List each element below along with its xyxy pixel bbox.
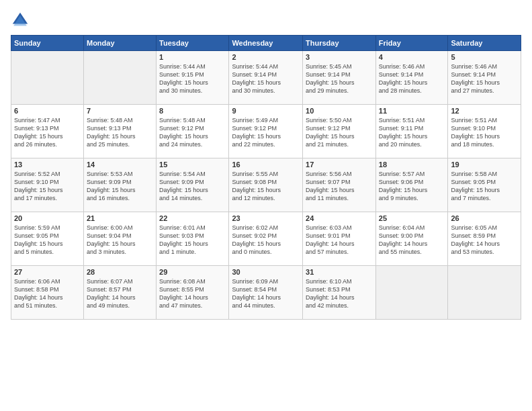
- weekday-header-wednesday: Wednesday: [229, 36, 303, 51]
- logo-icon: [11, 11, 30, 30]
- day-info: Sunrise: 6:10 AM Sunset: 8:53 PM Dayligh…: [306, 277, 373, 310]
- day-number: 27: [14, 268, 81, 276]
- calendar-cell: [448, 266, 521, 320]
- day-number: 5: [451, 53, 518, 61]
- calendar-header: SundayMondayTuesdayWednesdayThursdayFrid…: [11, 36, 521, 51]
- day-number: 13: [14, 161, 81, 169]
- calendar-cell: 3Sunrise: 5:45 AM Sunset: 9:14 PM Daylig…: [303, 51, 376, 105]
- day-number: 18: [379, 161, 445, 169]
- page-container: SundayMondayTuesdayWednesdayThursdayFrid…: [0, 0, 532, 411]
- calendar-cell: 29Sunrise: 6:08 AM Sunset: 8:55 PM Dayli…: [157, 266, 229, 320]
- day-number: 6: [14, 107, 81, 115]
- day-number: 19: [451, 161, 518, 169]
- day-number: 23: [232, 214, 300, 222]
- day-info: Sunrise: 6:03 AM Sunset: 9:01 PM Dayligh…: [306, 224, 373, 257]
- day-info: Sunrise: 6:02 AM Sunset: 9:02 PM Dayligh…: [232, 224, 300, 257]
- day-info: Sunrise: 5:48 AM Sunset: 9:12 PM Dayligh…: [159, 116, 226, 149]
- weekday-header-monday: Monday: [83, 36, 156, 51]
- day-info: Sunrise: 5:44 AM Sunset: 9:14 PM Dayligh…: [232, 62, 300, 95]
- day-info: Sunrise: 5:47 AM Sunset: 9:13 PM Dayligh…: [14, 116, 81, 149]
- header: [11, 11, 521, 30]
- calendar-cell: 27Sunrise: 6:06 AM Sunset: 8:58 PM Dayli…: [11, 266, 84, 320]
- day-info: Sunrise: 6:09 AM Sunset: 8:54 PM Dayligh…: [232, 277, 300, 310]
- day-info: Sunrise: 5:51 AM Sunset: 9:10 PM Dayligh…: [451, 116, 518, 149]
- calendar-cell: 10Sunrise: 5:50 AM Sunset: 9:12 PM Dayli…: [303, 105, 376, 158]
- day-info: Sunrise: 5:56 AM Sunset: 9:07 PM Dayligh…: [306, 170, 373, 203]
- day-info: Sunrise: 5:54 AM Sunset: 9:09 PM Dayligh…: [159, 170, 226, 203]
- calendar-body: 1Sunrise: 5:44 AM Sunset: 9:15 PM Daylig…: [11, 51, 521, 320]
- day-info: Sunrise: 6:08 AM Sunset: 8:55 PM Dayligh…: [159, 277, 226, 310]
- calendar-cell: 9Sunrise: 5:49 AM Sunset: 9:12 PM Daylig…: [229, 105, 303, 158]
- calendar-cell: 8Sunrise: 5:48 AM Sunset: 9:12 PM Daylig…: [157, 105, 229, 158]
- calendar-cell: [11, 51, 84, 105]
- calendar-cell: 7Sunrise: 5:48 AM Sunset: 9:13 PM Daylig…: [83, 105, 156, 158]
- weekday-header-sunday: Sunday: [11, 36, 84, 51]
- calendar-cell: 5Sunrise: 5:46 AM Sunset: 9:14 PM Daylig…: [448, 51, 521, 105]
- day-number: 1: [159, 53, 226, 61]
- calendar-cell: 26Sunrise: 6:05 AM Sunset: 8:59 PM Dayli…: [448, 212, 521, 266]
- calendar-cell: 6Sunrise: 5:47 AM Sunset: 9:13 PM Daylig…: [11, 105, 84, 158]
- weekday-row: SundayMondayTuesdayWednesdayThursdayFrid…: [11, 36, 521, 51]
- day-number: 29: [159, 268, 226, 276]
- day-info: Sunrise: 5:59 AM Sunset: 9:05 PM Dayligh…: [14, 224, 81, 257]
- calendar-cell: 12Sunrise: 5:51 AM Sunset: 9:10 PM Dayli…: [448, 105, 521, 158]
- calendar-week-5: 27Sunrise: 6:06 AM Sunset: 8:58 PM Dayli…: [11, 266, 521, 320]
- day-number: 8: [159, 107, 226, 115]
- calendar-cell: 21Sunrise: 6:00 AM Sunset: 9:04 PM Dayli…: [83, 212, 156, 266]
- day-number: 21: [87, 214, 153, 222]
- weekday-header-thursday: Thursday: [303, 36, 376, 51]
- day-info: Sunrise: 6:00 AM Sunset: 9:04 PM Dayligh…: [87, 224, 153, 257]
- day-info: Sunrise: 5:45 AM Sunset: 9:14 PM Dayligh…: [306, 62, 373, 95]
- calendar-cell: 22Sunrise: 6:01 AM Sunset: 9:03 PM Dayli…: [157, 212, 229, 266]
- day-info: Sunrise: 5:57 AM Sunset: 9:06 PM Dayligh…: [379, 170, 445, 203]
- calendar-cell: 11Sunrise: 5:51 AM Sunset: 9:11 PM Dayli…: [375, 105, 448, 158]
- calendar-week-3: 13Sunrise: 5:52 AM Sunset: 9:10 PM Dayli…: [11, 158, 521, 212]
- day-number: 30: [232, 268, 300, 276]
- calendar-cell: 25Sunrise: 6:04 AM Sunset: 9:00 PM Dayli…: [375, 212, 448, 266]
- calendar-cell: 18Sunrise: 5:57 AM Sunset: 9:06 PM Dayli…: [375, 158, 448, 212]
- day-number: 10: [306, 107, 373, 115]
- day-number: 12: [451, 107, 518, 115]
- day-number: 11: [379, 107, 445, 115]
- day-info: Sunrise: 5:52 AM Sunset: 9:10 PM Dayligh…: [14, 170, 81, 203]
- day-info: Sunrise: 6:07 AM Sunset: 8:57 PM Dayligh…: [87, 277, 153, 310]
- weekday-header-saturday: Saturday: [448, 36, 521, 51]
- day-info: Sunrise: 5:46 AM Sunset: 9:14 PM Dayligh…: [379, 62, 445, 95]
- day-number: 9: [232, 107, 300, 115]
- day-info: Sunrise: 5:44 AM Sunset: 9:15 PM Dayligh…: [159, 62, 226, 95]
- calendar-cell: 14Sunrise: 5:53 AM Sunset: 9:09 PM Dayli…: [83, 158, 156, 212]
- day-info: Sunrise: 5:49 AM Sunset: 9:12 PM Dayligh…: [232, 116, 300, 149]
- logo: [11, 11, 32, 30]
- day-info: Sunrise: 5:51 AM Sunset: 9:11 PM Dayligh…: [379, 116, 445, 149]
- calendar-cell: 2Sunrise: 5:44 AM Sunset: 9:14 PM Daylig…: [229, 51, 303, 105]
- calendar-table: SundayMondayTuesdayWednesdayThursdayFrid…: [11, 35, 521, 320]
- day-info: Sunrise: 5:53 AM Sunset: 9:09 PM Dayligh…: [87, 170, 153, 203]
- day-info: Sunrise: 6:06 AM Sunset: 8:58 PM Dayligh…: [14, 277, 81, 310]
- day-number: 28: [87, 268, 153, 276]
- calendar-cell: 24Sunrise: 6:03 AM Sunset: 9:01 PM Dayli…: [303, 212, 376, 266]
- day-number: 26: [451, 214, 518, 222]
- day-number: 3: [306, 53, 373, 61]
- weekday-header-friday: Friday: [375, 36, 448, 51]
- day-number: 14: [87, 161, 153, 169]
- calendar-cell: 31Sunrise: 6:10 AM Sunset: 8:53 PM Dayli…: [303, 266, 376, 320]
- weekday-header-tuesday: Tuesday: [157, 36, 229, 51]
- day-info: Sunrise: 5:46 AM Sunset: 9:14 PM Dayligh…: [451, 62, 518, 95]
- calendar-cell: 13Sunrise: 5:52 AM Sunset: 9:10 PM Dayli…: [11, 158, 84, 212]
- calendar-cell: [83, 51, 156, 105]
- day-number: 16: [232, 161, 300, 169]
- day-number: 20: [14, 214, 81, 222]
- calendar-cell: 15Sunrise: 5:54 AM Sunset: 9:09 PM Dayli…: [157, 158, 229, 212]
- day-info: Sunrise: 5:55 AM Sunset: 9:08 PM Dayligh…: [232, 170, 300, 203]
- day-info: Sunrise: 6:01 AM Sunset: 9:03 PM Dayligh…: [159, 224, 226, 257]
- day-info: Sunrise: 5:48 AM Sunset: 9:13 PM Dayligh…: [87, 116, 153, 149]
- day-info: Sunrise: 6:04 AM Sunset: 9:00 PM Dayligh…: [379, 224, 445, 257]
- calendar-week-1: 1Sunrise: 5:44 AM Sunset: 9:15 PM Daylig…: [11, 51, 521, 105]
- day-number: 7: [87, 107, 153, 115]
- day-number: 25: [379, 214, 445, 222]
- calendar-cell: 17Sunrise: 5:56 AM Sunset: 9:07 PM Dayli…: [303, 158, 376, 212]
- day-info: Sunrise: 6:05 AM Sunset: 8:59 PM Dayligh…: [451, 224, 518, 257]
- calendar-cell: 23Sunrise: 6:02 AM Sunset: 9:02 PM Dayli…: [229, 212, 303, 266]
- calendar-cell: 19Sunrise: 5:58 AM Sunset: 9:05 PM Dayli…: [448, 158, 521, 212]
- calendar-cell: 30Sunrise: 6:09 AM Sunset: 8:54 PM Dayli…: [229, 266, 303, 320]
